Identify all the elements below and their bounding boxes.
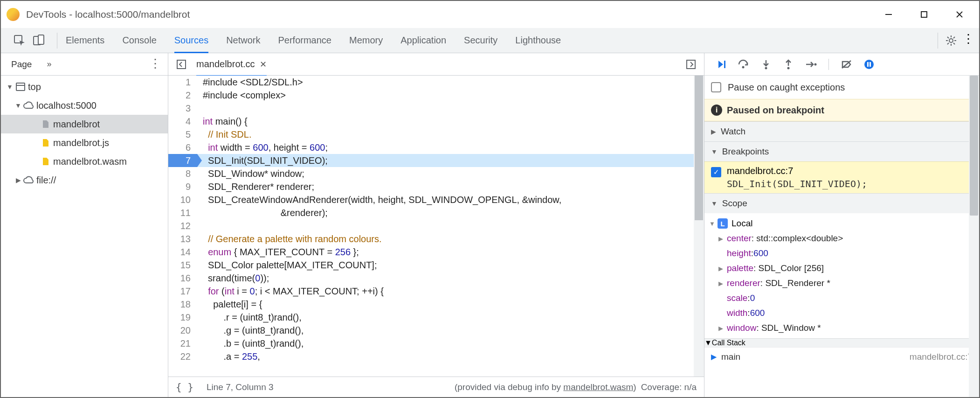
settings-icon[interactable] [945, 34, 958, 47]
code-line[interactable]: 18 palette[i] = { [168, 298, 704, 311]
scope-var-scale[interactable]: scale: 0 [704, 291, 979, 306]
step-over-button[interactable] [736, 57, 751, 72]
gutter-line-number[interactable]: 11 [168, 206, 197, 219]
gutter-line-number[interactable]: 15 [168, 258, 197, 272]
gutter-line-number[interactable]: 10 [168, 193, 197, 206]
code-line[interactable]: 9 SDL_Renderer* renderer; [168, 180, 704, 193]
watch-section[interactable]: ▶Watch [704, 121, 979, 141]
gutter-line-number[interactable]: 5 [168, 128, 197, 141]
code-line[interactable]: 3 [168, 102, 704, 115]
scope-header[interactable]: ▼Scope [704, 194, 979, 213]
inspect-element-icon[interactable] [11, 32, 28, 49]
pretty-print-icon[interactable]: { } [176, 382, 193, 393]
pause-on-caught-checkbox[interactable] [711, 82, 721, 92]
gutter-line-number[interactable]: 1 [168, 76, 197, 89]
gutter-line-number[interactable]: 8 [168, 167, 197, 180]
pause-on-exceptions-button[interactable] [862, 57, 876, 72]
code-line[interactable]: 10 SDL_CreateWindowAndRenderer(width, he… [168, 193, 704, 206]
close-tab-icon[interactable]: ✕ [260, 59, 267, 70]
navigator-menu-icon[interactable] [149, 59, 161, 70]
scope-var-palette[interactable]: ▶palette: SDL_Color [256] [704, 261, 979, 276]
code-line[interactable]: 19 .r = (uint8_t)rand(), [168, 311, 704, 324]
code-line[interactable]: 22 .a = 255, [168, 350, 704, 363]
tab-application[interactable]: Application [400, 28, 446, 52]
code-line[interactable]: 11 &renderer); [168, 206, 704, 219]
breakpoint-item[interactable]: ✓ mandelbrot.cc:7 SDL_Init(SDL_INIT_VIDE… [704, 161, 979, 193]
gutter-line-number[interactable]: 12 [168, 219, 197, 232]
debugger-scrollbar[interactable] [969, 76, 979, 397]
more-menu-icon[interactable] [962, 36, 974, 45]
tree-file-mandelbrot-js[interactable]: mandelbrot.js [1, 133, 168, 152]
gutter-line-number[interactable]: 14 [168, 245, 197, 258]
code-line[interactable]: 21 .b = (uint8_t)rand(), [168, 337, 704, 350]
toggle-navigator-icon[interactable] [175, 58, 188, 71]
gutter-line-number[interactable]: 20 [168, 324, 197, 337]
gutter-line-number[interactable]: 21 [168, 337, 197, 350]
gutter-line-number[interactable]: 6 [168, 141, 197, 154]
tab-sources[interactable]: Sources [174, 28, 208, 52]
code-line[interactable]: 20 .g = (uint8_t)rand(), [168, 324, 704, 337]
gutter-line-number[interactable]: 22 [168, 350, 197, 363]
resume-button[interactable] [714, 57, 729, 72]
scope-var-window[interactable]: ▶window: SDL_Window * [704, 321, 979, 335]
code-line[interactable]: 13 // Generate a palette with random col… [168, 232, 704, 245]
callstack-header[interactable]: ▼Call Stack [704, 339, 979, 347]
gutter-line-number[interactable]: 9 [168, 180, 197, 193]
scope-local[interactable]: ▼LLocal [704, 216, 979, 231]
minimize-button[interactable] [871, 1, 906, 28]
code-line[interactable]: 1#include <SDL2/SDL.h> [168, 76, 704, 89]
close-button[interactable] [942, 1, 977, 28]
scope-var-center[interactable]: ▶center: std::complex<double> [704, 231, 979, 246]
scope-var-renderer[interactable]: ▶renderer: SDL_Renderer * [704, 276, 979, 291]
tree-node-top[interactable]: ▼ top [1, 77, 168, 96]
tree-node-file-scheme[interactable]: ▶ file:// [1, 171, 168, 189]
editor-scrollbar[interactable] [694, 76, 704, 377]
pause-on-caught-row[interactable]: Pause on caught exceptions [704, 76, 979, 99]
deactivate-breakpoints-button[interactable] [839, 57, 854, 72]
step-button[interactable] [803, 57, 818, 72]
scope-var-height[interactable]: height: 600 [704, 246, 979, 261]
code-line[interactable]: 4int main() { [168, 115, 704, 128]
step-out-button[interactable] [781, 57, 796, 72]
gutter-line-number[interactable]: 19 [168, 311, 197, 324]
gutter-line-number[interactable]: 2 [168, 89, 197, 102]
code-line[interactable]: 2#include <complex> [168, 89, 704, 102]
scope-var-width[interactable]: width: 600 [704, 306, 979, 321]
breakpoint-checkbox[interactable]: ✓ [711, 167, 721, 177]
gutter-line-number[interactable]: 16 [168, 272, 197, 285]
tab-security[interactable]: Security [464, 28, 497, 52]
code-editor[interactable]: 1#include <SDL2/SDL.h>2#include <complex… [168, 76, 704, 363]
tab-memory[interactable]: Memory [349, 28, 383, 52]
tab-network[interactable]: Network [226, 28, 260, 52]
code-line[interactable]: 17 for (int i = 0; i < MAX_ITER_COUNT; +… [168, 285, 704, 298]
code-line[interactable]: 12 [168, 219, 704, 232]
gutter-line-number[interactable]: 3 [168, 102, 197, 115]
gutter-line-number[interactable]: 7 [168, 154, 197, 167]
breakpoints-header[interactable]: ▼Breakpoints [704, 142, 979, 161]
tab-performance[interactable]: Performance [278, 28, 332, 52]
tree-file-mandelbrot-wasm[interactable]: mandelbrot.wasm [1, 152, 168, 171]
code-line[interactable]: 7 SDL_Init(SDL_INIT_VIDEO); [168, 154, 704, 167]
navigator-more-tabs-icon[interactable]: » [47, 59, 51, 69]
code-line[interactable]: 6 int width = 600, height = 600; [168, 141, 704, 154]
tree-file-mandelbrot[interactable]: mandelbrot [1, 115, 168, 133]
code-line[interactable]: 5 // Init SDL. [168, 128, 704, 141]
step-into-button[interactable] [759, 57, 773, 72]
maximize-button[interactable] [906, 1, 942, 28]
code-line[interactable]: 16 srand(time(0)); [168, 272, 704, 285]
code-line[interactable]: 8 SDL_Window* window; [168, 167, 704, 180]
code-line[interactable]: 15 SDL_Color palette[MAX_ITER_COUNT]; [168, 258, 704, 272]
device-toolbar-icon[interactable] [31, 32, 48, 49]
source-map-link[interactable]: mandelbrot.wasm [563, 382, 633, 392]
gutter-line-number[interactable]: 18 [168, 298, 197, 311]
tree-node-host[interactable]: ▼ localhost:5000 [1, 96, 168, 115]
callstack-frame[interactable]: ▶ main mandelbrot.cc:7 [704, 347, 979, 366]
gutter-line-number[interactable]: 13 [168, 232, 197, 245]
tab-console[interactable]: Console [122, 28, 156, 52]
code-line[interactable]: 14 enum { MAX_ITER_COUNT = 256 }; [168, 245, 704, 258]
gutter-line-number[interactable]: 17 [168, 285, 197, 298]
tab-elements[interactable]: Elements [66, 28, 104, 52]
editor-file-tab[interactable]: mandelbrot.cc ✕ [196, 53, 267, 75]
toggle-debugger-icon[interactable] [684, 58, 697, 71]
navigator-tab-page[interactable]: Page [11, 59, 32, 70]
